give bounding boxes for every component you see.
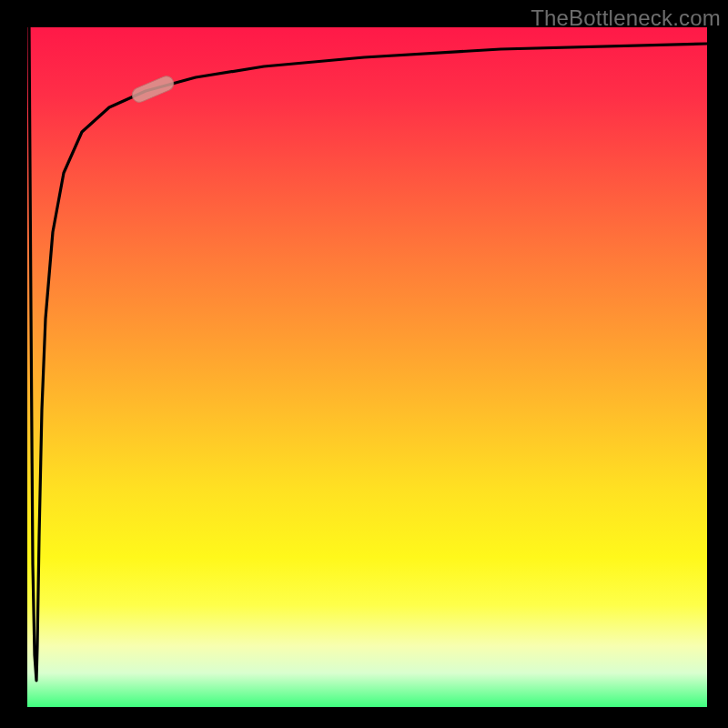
y-axis-frame bbox=[0, 0, 27, 728]
watermark-text: TheBottleneck.com bbox=[531, 5, 721, 31]
x-axis-frame bbox=[0, 707, 728, 728]
plot-gradient-background bbox=[27, 27, 707, 707]
